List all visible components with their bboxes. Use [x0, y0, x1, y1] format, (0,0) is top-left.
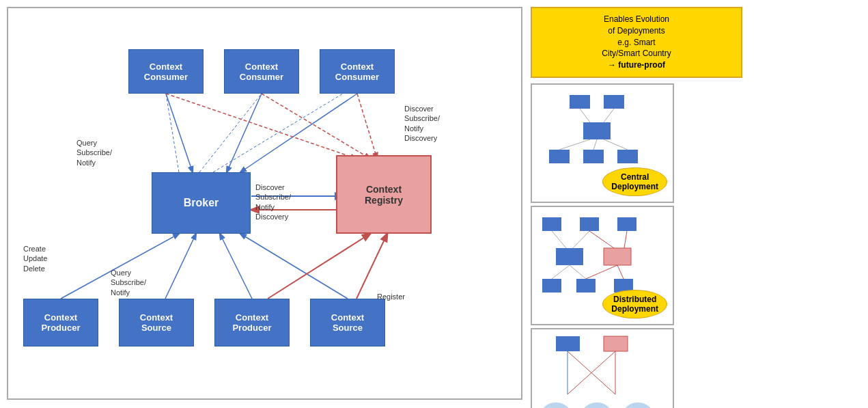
right-panel: Enables Evolutionof Deploymentse.g. Smar… — [531, 7, 742, 401]
svg-line-25 — [559, 139, 590, 150]
svg-line-16 — [213, 94, 343, 172]
svg-rect-45 — [604, 336, 628, 351]
svg-line-13 — [268, 234, 370, 299]
svg-rect-19 — [583, 122, 611, 139]
svg-line-34 — [573, 231, 589, 248]
svg-rect-32 — [604, 248, 631, 265]
svg-line-14 — [166, 94, 179, 172]
label-create: CreateUpdateDelete — [23, 244, 47, 273]
svg-line-9 — [165, 234, 196, 299]
svg-point-51 — [582, 403, 612, 408]
svg-rect-37 — [542, 279, 561, 293]
svg-rect-24 — [617, 150, 638, 163]
federated-diagram — [535, 333, 672, 408]
svg-line-35 — [589, 231, 614, 248]
federated-deployment-panel: FederatedDeployment — [531, 328, 674, 408]
label-query-1: QuerySubscribe/Notify — [76, 138, 112, 167]
svg-rect-17 — [570, 95, 590, 109]
svg-line-11 — [240, 234, 348, 299]
label-discover-2: DiscoverSubscribe/NotifyDiscovery — [404, 104, 440, 143]
main-container: ContextConsumer ContextConsumer ContextC… — [0, 0, 868, 408]
consumer-box-3: ContextConsumer — [320, 49, 395, 94]
svg-line-43 — [586, 265, 617, 279]
info-line1: Enables Evolutionof Deploymentse.g. Smar… — [602, 14, 671, 58]
svg-line-41 — [570, 265, 586, 279]
svg-line-1 — [227, 94, 262, 172]
distributed-deployment-panel: DistributedDeployment — [531, 206, 674, 325]
label-discover-1: DiscoverSubscribe/NotifyDiscovery — [255, 182, 291, 221]
info-box: Enables Evolutionof Deploymentse.g. Smar… — [531, 7, 742, 78]
svg-line-20 — [580, 109, 590, 122]
svg-line-27 — [604, 139, 628, 150]
label-query-2: QuerySubscribe/Notify — [111, 268, 146, 297]
distributed-deployment-label: DistributedDeployment — [602, 290, 667, 318]
svg-rect-38 — [576, 279, 596, 293]
central-deployment-panel: CentralDeployment — [531, 83, 674, 203]
svg-line-4 — [262, 94, 370, 159]
source-box-1: ContextSource — [119, 299, 194, 346]
svg-rect-44 — [556, 336, 580, 351]
central-deployment-label: CentralDeployment — [602, 167, 667, 196]
svg-rect-29 — [580, 217, 599, 231]
svg-rect-22 — [549, 150, 570, 163]
svg-rect-30 — [617, 217, 636, 231]
svg-rect-31 — [556, 248, 583, 265]
svg-line-12 — [356, 234, 387, 299]
svg-line-40 — [552, 265, 570, 279]
consumer-box-2: ContextConsumer — [224, 49, 299, 94]
svg-line-5 — [166, 94, 356, 159]
label-register: Register — [377, 292, 405, 301]
broker-box: Broker — [152, 172, 251, 234]
svg-line-21 — [604, 109, 614, 122]
svg-line-42 — [617, 265, 624, 279]
svg-line-15 — [199, 94, 262, 172]
svg-rect-28 — [542, 217, 561, 231]
svg-line-0 — [166, 94, 193, 172]
consumer-box-1: ContextConsumer — [128, 49, 204, 94]
svg-point-50 — [541, 403, 571, 408]
svg-rect-23 — [583, 150, 604, 163]
registry-box: ContextRegistry — [336, 155, 432, 234]
svg-line-36 — [624, 231, 627, 248]
info-future-proof: → future-proof — [608, 60, 665, 70]
svg-line-33 — [552, 231, 566, 248]
svg-line-10 — [220, 234, 252, 299]
svg-line-26 — [593, 139, 597, 150]
svg-rect-18 — [604, 95, 624, 109]
svg-line-3 — [357, 94, 377, 159]
producer-box-1: ContextProducer — [23, 299, 98, 346]
svg-point-52 — [623, 403, 653, 408]
producer-box-2: ContextProducer — [214, 299, 290, 346]
source-box-2: ContextSource — [310, 299, 385, 346]
left-diagram: ContextConsumer ContextConsumer ContextC… — [7, 7, 522, 400]
